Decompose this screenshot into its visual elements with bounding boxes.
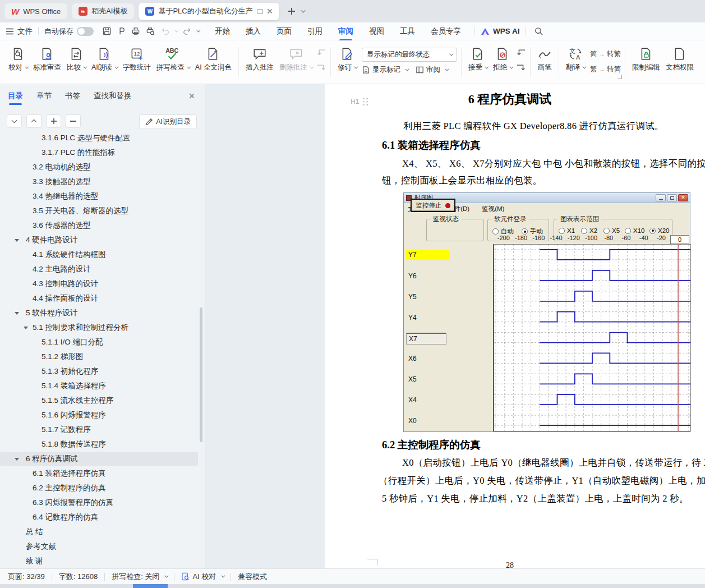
autosave-toggle[interactable] (77, 27, 94, 36)
compare-button[interactable]: 比较 (64, 44, 89, 73)
dialog-launcher-icon[interactable] (618, 75, 622, 79)
next-change-icon[interactable] (516, 64, 526, 72)
tab-chapters[interactable]: 章节 (36, 91, 52, 105)
document-page[interactable]: H1 6 程序仿真调试 利用三菱 PLC 编程软件 GX Developer8.… (325, 84, 705, 568)
print-preview-button[interactable] (143, 25, 158, 38)
menu-item-member[interactable]: 会员专享 (423, 24, 469, 39)
zoom-out-button[interactable] (66, 114, 81, 128)
zoom-in-button[interactable] (46, 114, 61, 128)
translate-button[interactable]: 文A 翻译 (563, 44, 588, 73)
toc-item[interactable]: 6.1 装箱选择程序仿真 (0, 466, 198, 481)
toc-item[interactable]: 4 硬件电路设计 (0, 233, 198, 247)
tab-bookmarks[interactable]: 书签 (65, 91, 80, 105)
caret-down-icon[interactable] (24, 327, 28, 329)
accept-button[interactable]: 接受 (466, 44, 490, 73)
toc-item[interactable]: 总 结 (0, 525, 198, 539)
toc-item[interactable]: 5.1 控制要求和控制过程分析 (0, 320, 198, 335)
ai-recognize-toc-button[interactable]: AI识别目录 (139, 114, 197, 129)
markup-state-dropdown[interactable]: 显示标记的最终状态 (362, 48, 457, 62)
insert-comment-button[interactable]: 插入批注 (243, 44, 277, 73)
toc-item[interactable]: 3.6 传感器的选型 (0, 218, 198, 233)
show-markup-button[interactable]: 显示标记 (362, 65, 408, 75)
toc-item[interactable]: 5.1.8 数据传送程序 (0, 437, 198, 452)
new-tab-icon[interactable] (288, 8, 295, 15)
pen-button[interactable]: 画笔 (534, 44, 555, 73)
word-count-indicator[interactable]: 字数: 12608 (59, 572, 98, 582)
reviewing-pane-button[interactable]: 审阅 (416, 65, 448, 75)
toc-item[interactable]: 3.5 开关电器、熔断器的选型 (0, 204, 198, 218)
timing-chart-figure[interactable]: 时序图 ✕ 文件(F) 软元件(D) 监视(M) 监视状态 监控停止 软元件登录 (403, 192, 690, 432)
toc-item[interactable]: 5.1.7 记数程序 (0, 422, 198, 437)
collapse-all-button[interactable] (26, 114, 42, 128)
document-permission-button[interactable]: 文档权限 (663, 44, 697, 73)
toc-item[interactable]: 3.2 电动机的选型 (0, 160, 198, 174)
menu-item-insert[interactable]: 插入 (238, 24, 269, 39)
toc-item[interactable]: 5.1.6 闪烁报警程序 (0, 408, 198, 422)
toc-item[interactable]: 4.3 控制电路的设计 (0, 277, 198, 291)
toc-item[interactable]: 5.1.2 梯形图 (0, 350, 198, 364)
tab-document[interactable]: W 基于PLC的小型自动化分生产 (139, 3, 279, 20)
file-menu[interactable]: 文件 (6, 26, 33, 36)
ai-polish-button[interactable]: AI 全文润色 (192, 44, 234, 73)
caret-down-icon[interactable] (15, 239, 19, 242)
toc-item[interactable]: 参考文献 (0, 539, 198, 554)
menu-item-view[interactable]: 视图 (361, 24, 392, 39)
tab-docer-templates[interactable]: ❧ 稻壳AI模板 (72, 3, 134, 19)
to-simplified-button[interactable]: 繁→ 转简 (590, 65, 621, 74)
ai-read-aloud-button[interactable]: AI朗读 (89, 44, 120, 73)
previous-change-icon[interactable] (516, 49, 526, 57)
spell-check-button[interactable]: ABC 拼写检查 (154, 44, 192, 73)
expand-all-button[interactable] (7, 114, 22, 128)
toc-item[interactable]: 3.1.7 PLC 的性能指标 (0, 145, 198, 160)
search-icon[interactable] (534, 26, 543, 36)
toc-item[interactable]: 5.1.4 装箱选择程序 (0, 379, 198, 393)
ai-proofread-status[interactable]: AI 校对 (181, 572, 224, 582)
tab-toc[interactable]: 目录 (8, 91, 23, 105)
toc-item[interactable]: 致 谢 (0, 554, 198, 568)
print-button[interactable] (128, 25, 143, 38)
toc-item[interactable]: 4.1 系统硬件结构框图 (0, 247, 198, 262)
toc-item[interactable]: 3.1.6 PLC 选型与硬件配置 (0, 135, 198, 145)
reject-button[interactable]: 拒绝 (490, 44, 515, 73)
tab-find-replace[interactable]: 查找和替换 (94, 91, 132, 105)
export-button[interactable] (114, 25, 128, 38)
detach-window-icon[interactable] (257, 9, 263, 14)
to-traditional-button[interactable]: 简→ 转繁 (590, 49, 621, 59)
toc-item[interactable]: 6.3 闪烁报警程序的仿真 (0, 495, 198, 510)
menu-item-page[interactable]: 页面 (269, 24, 299, 39)
toc-item[interactable]: 5.1.3 初始化程序 (0, 364, 198, 379)
toc-item[interactable]: 4.4 操作面板的设计 (0, 291, 198, 306)
menu-item-reference[interactable]: 引用 (299, 24, 330, 39)
redo-button[interactable] (179, 25, 194, 38)
toc-item[interactable]: 6.4 记数程序的仿真 (0, 510, 198, 525)
toc-item[interactable]: 6 程序仿真调试 (0, 452, 198, 466)
sidebar-scrollbar-thumb[interactable] (200, 307, 202, 442)
menu-item-start[interactable]: 开始 (207, 24, 238, 39)
toc-item[interactable]: 5 软件程序设计 (0, 306, 198, 320)
toc-item[interactable]: 4.2 主电路的设计 (0, 262, 198, 277)
restrict-editing-button[interactable]: 限制编辑 (629, 44, 663, 73)
word-count-button[interactable]: 12 字数统计 (120, 44, 154, 73)
save-button[interactable] (99, 25, 114, 38)
caret-down-icon[interactable] (15, 312, 19, 315)
more-tools-chevron-icon[interactable] (196, 29, 200, 33)
spell-check-status[interactable]: 拼写检查: 关闭 (112, 572, 167, 582)
toc-item[interactable]: 3.4 热继电器的选型 (0, 189, 198, 204)
toc-item[interactable]: 6.2 主控制程序的仿真 (0, 481, 198, 495)
track-changes-button[interactable]: 修订 (335, 44, 360, 73)
taskbar-active-app[interactable] (133, 584, 168, 588)
caret-down-icon[interactable] (15, 458, 19, 461)
tab-list-chevron-icon[interactable] (301, 8, 305, 12)
toc-item[interactable]: 5.1.1 I/O 端口分配 (0, 335, 198, 350)
tab-wps-office[interactable]: W WPS Office (4, 3, 67, 19)
wps-ai-button[interactable]: WPS AI (481, 27, 520, 35)
standard-review-button[interactable]: 标准审查 (30, 44, 64, 73)
proofread-button[interactable]: 校对 (6, 44, 30, 73)
menu-item-tools[interactable]: 工具 (392, 24, 423, 39)
toc-item[interactable]: 5.1.5 流水线主控程序 (0, 393, 198, 408)
page-indicator[interactable]: 页面: 32/39 (8, 572, 45, 582)
toc-item[interactable]: 3.3 接触器的选型 (0, 174, 198, 189)
close-sidebar-icon[interactable] (189, 93, 195, 99)
close-tab-icon[interactable] (267, 8, 273, 14)
menu-item-review[interactable]: 审阅 (330, 24, 361, 39)
